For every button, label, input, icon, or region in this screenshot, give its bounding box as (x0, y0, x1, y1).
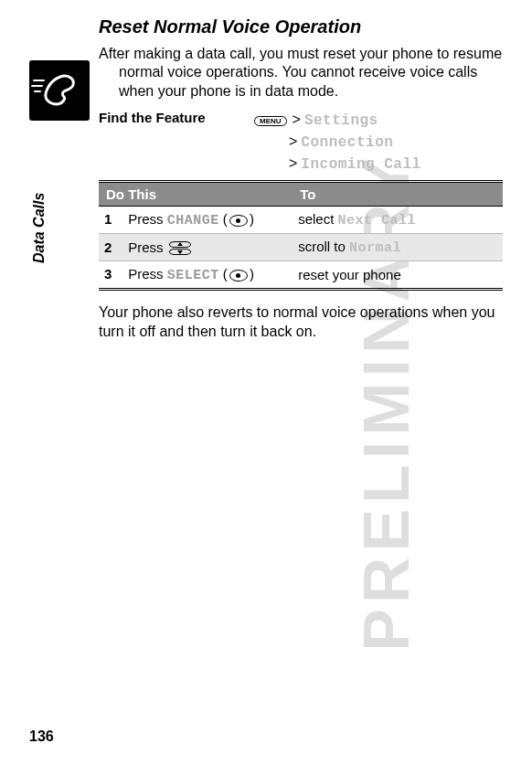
closing-paragraph: Your phone also reverts to normal voice … (99, 303, 503, 341)
table-header-to: To (293, 182, 503, 207)
soft-key-icon (229, 270, 248, 282)
phone-data-icon (29, 60, 90, 121)
feature-menu-path: MENU>Settings >Connection >Incoming Call (254, 110, 421, 175)
step-action-prefix: Press (128, 239, 167, 255)
step-action-lcd: CHANGE (167, 213, 219, 228)
path-connection: Connection (301, 134, 393, 151)
soft-key-icon (229, 215, 248, 227)
section-tab-label: Data Calls (31, 193, 48, 263)
table-row: 3 Press SELECT () reset your phone (99, 261, 503, 290)
table-row: 1 Press CHANGE () select Next Call (99, 207, 503, 234)
step-action-prefix: Press (128, 211, 167, 227)
step-result-lcd: Normal (349, 240, 401, 256)
find-the-feature: Find the Feature MENU>Settings >Connecti… (99, 110, 503, 175)
step-number: 2 (104, 239, 124, 255)
step-number: 3 (104, 266, 124, 282)
intro-paragraph: After making a data call, you must reset… (99, 45, 503, 101)
scroll-key-icon (169, 241, 191, 255)
step-action-lcd: SELECT (167, 268, 219, 283)
steps-table: Do This To 1 Press CHANGE () select Next… (99, 180, 503, 291)
step-action-prefix: Press (128, 266, 167, 282)
path-incoming-call: Incoming Call (301, 156, 420, 173)
step-result-prefix: select (298, 211, 337, 227)
step-number: 1 (104, 211, 124, 227)
section-title: Reset Normal Voice Operation (99, 16, 503, 37)
page-number: 136 (29, 728, 54, 745)
table-header-do-this: Do This (99, 182, 293, 207)
step-result-lcd: Next Call (338, 213, 417, 228)
path-settings: Settings (304, 112, 378, 129)
step-result-prefix: reset your phone (298, 267, 401, 282)
step-result-prefix: scroll to (298, 239, 349, 254)
main-content: Reset Normal Voice Operation After makin… (99, 16, 503, 350)
table-row: 2 Press scroll to Normal (99, 234, 503, 261)
menu-key-icon: MENU (254, 116, 287, 126)
feature-label: Find the Feature (99, 110, 254, 175)
